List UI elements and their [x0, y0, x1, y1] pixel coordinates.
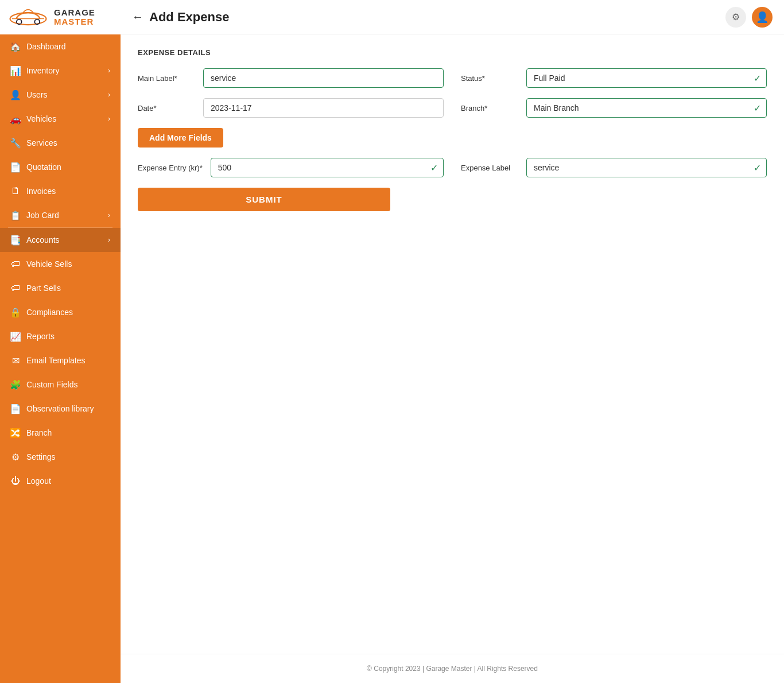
sidebar-item-dashboard-label: Dashboard: [26, 42, 66, 51]
status-select-wrapper: Full Paid Partial Unpaid ✓: [526, 68, 767, 88]
jobcard-arrow-icon: ›: [108, 211, 110, 219]
sidebar-item-branch[interactable]: 🔀Branch: [0, 421, 121, 445]
top-bar: ← Add Expense ⚙ 👤: [121, 0, 784, 34]
logo-garage-text: GARAGE: [54, 8, 95, 18]
sidebar-item-observation-library-label: Observation library: [26, 404, 94, 413]
accounts-icon: 📑: [10, 235, 21, 245]
expense-entry-label: Expense Entry (kr)*: [138, 164, 203, 172]
sidebar-item-part-sells[interactable]: 🏷Part Sells: [0, 276, 121, 300]
logo-area: GARAGE MASTER: [0, 0, 121, 34]
add-more-fields-button[interactable]: Add More Fields: [138, 128, 223, 148]
sidebar-item-invoices-label: Invoices: [26, 187, 56, 196]
sidebar-item-observation-library[interactable]: 📄Observation library: [0, 397, 121, 421]
sidebar-item-services-label: Services: [26, 138, 57, 148]
settings-button[interactable]: ⚙: [725, 7, 746, 28]
top-bar-actions: ⚙ 👤: [725, 7, 773, 28]
sidebar-item-settings-label: Settings: [26, 452, 56, 461]
logo-master-text: MASTER: [54, 17, 95, 27]
user-profile-button[interactable]: 👤: [752, 7, 773, 28]
sidebar-item-reports[interactable]: 📈Reports: [0, 324, 121, 348]
main-label-group: Main Label*: [138, 68, 444, 88]
users-arrow-icon: ›: [108, 91, 110, 99]
vehicles-arrow-icon: ›: [108, 115, 110, 123]
accounts-arrow-icon: ›: [108, 236, 110, 244]
footer-text: © Copyright 2023 | Garage Master | All R…: [367, 665, 538, 673]
users-icon: 👤: [10, 90, 21, 100]
sidebar-item-invoices[interactable]: 🗒Invoices: [0, 179, 121, 203]
status-select[interactable]: Full Paid Partial Unpaid: [526, 68, 767, 88]
compliances-icon: 🔒: [10, 307, 21, 317]
sidebar-item-users[interactable]: 👤Users›: [0, 83, 121, 107]
nav-items: 🏠Dashboard📊Inventory›👤Users›🚗Vehicles›🔧S…: [0, 34, 121, 493]
sidebar-item-branch-label: Branch: [26, 428, 52, 437]
sidebar-item-users-label: Users: [26, 90, 48, 99]
expense-entry-group: Expense Entry (kr)* 500 1000 2000 ✓: [138, 158, 444, 177]
section-title: EXPENSE DETAILS: [138, 48, 767, 57]
main-content: ← Add Expense ⚙ 👤 EXPENSE DETAILS Main L…: [121, 0, 784, 683]
quotation-icon: 📄: [10, 162, 21, 172]
branch-group: Branch* Main Branch Other Branch ✓: [461, 98, 767, 118]
dashboard-icon: 🏠: [10, 41, 21, 52]
sidebar-item-settings[interactable]: ⚙Settings: [0, 445, 121, 469]
sidebar-item-quotation-label: Quotation: [26, 162, 61, 172]
main-label-input-wrapper: [203, 68, 444, 88]
sidebar-item-logout[interactable]: ⏻Logout: [0, 469, 121, 493]
user-icon: 👤: [756, 11, 769, 24]
sidebar-item-quotation[interactable]: 📄Quotation: [0, 155, 121, 179]
custom-fields-icon: 🧩: [10, 379, 21, 390]
sidebar-item-logout-label: Logout: [26, 476, 51, 486]
date-group: Date*: [138, 98, 444, 118]
logout-icon: ⏻: [10, 476, 21, 486]
sidebar-item-custom-fields-label: Custom Fields: [26, 380, 77, 389]
date-input[interactable]: [203, 98, 444, 118]
reports-icon: 📈: [10, 331, 21, 342]
sidebar-item-email-templates[interactable]: ✉Email Templates: [0, 348, 121, 372]
inventory-icon: 📊: [10, 65, 21, 76]
form-row-3: Expense Entry (kr)* 500 1000 2000 ✓ Expe…: [138, 158, 767, 177]
content-area: EXPENSE DETAILS Main Label* Status* Full…: [121, 34, 784, 654]
sidebar-item-vehicle-sells-label: Vehicle Sells: [26, 259, 72, 269]
sidebar-item-jobcard[interactable]: 📋Job Card›: [0, 203, 121, 227]
branch-icon: 🔀: [10, 428, 21, 438]
observation-library-icon: 📄: [10, 403, 21, 414]
sidebar-item-vehicle-sells[interactable]: 🏷Vehicle Sells: [0, 252, 121, 276]
vehicles-icon: 🚗: [10, 114, 21, 124]
sidebar-item-reports-label: Reports: [26, 332, 55, 341]
branch-select-wrapper: Main Branch Other Branch ✓: [526, 98, 767, 118]
sidebar-item-accounts-label: Accounts: [26, 235, 60, 245]
sidebar-item-services[interactable]: 🔧Services: [0, 131, 121, 155]
vehicle-sells-icon: 🏷: [10, 259, 21, 269]
branch-label: Branch*: [461, 104, 518, 112]
expense-label-group: Expense Label service other ✓: [461, 158, 767, 177]
main-label-input[interactable]: [203, 68, 444, 88]
sidebar-item-vehicles[interactable]: 🚗Vehicles›: [0, 107, 121, 131]
services-icon: 🔧: [10, 138, 21, 148]
expense-label-select[interactable]: service other: [526, 158, 767, 177]
status-label: Status*: [461, 74, 518, 83]
back-button[interactable]: ←: [132, 10, 143, 24]
sidebar-item-accounts[interactable]: 📑Accounts›: [0, 228, 121, 252]
sidebar-item-inventory[interactable]: 📊Inventory›: [0, 59, 121, 83]
branch-select[interactable]: Main Branch Other Branch: [526, 98, 767, 118]
expense-label-wrapper: service other ✓: [526, 158, 767, 177]
sidebar-item-part-sells-label: Part Sells: [26, 284, 61, 293]
page-title: Add Expense: [149, 10, 229, 25]
footer: © Copyright 2023 | Garage Master | All R…: [121, 654, 784, 683]
sidebar-item-custom-fields[interactable]: 🧩Custom Fields: [0, 372, 121, 397]
expense-label-label: Expense Label: [461, 164, 518, 172]
sidebar-item-dashboard[interactable]: 🏠Dashboard: [0, 34, 121, 59]
invoices-icon: 🗒: [10, 186, 21, 196]
sidebar-item-email-templates-label: Email Templates: [26, 356, 85, 365]
email-templates-icon: ✉: [10, 355, 21, 366]
form-row-2: Date* Branch* Main Branch Other Branch ✓: [138, 98, 767, 118]
expense-entry-select[interactable]: 500 1000 2000: [211, 158, 444, 177]
sidebar-item-compliances[interactable]: 🔒Compliances: [0, 300, 121, 324]
logo-text-block: GARAGE MASTER: [54, 8, 95, 27]
submit-button[interactable]: SUBMIT: [138, 188, 390, 211]
expense-entry-wrapper: 500 1000 2000 ✓: [211, 158, 444, 177]
page-title-area: ← Add Expense: [132, 10, 229, 25]
gear-icon: ⚙: [732, 11, 740, 22]
sidebar-item-vehicles-label: Vehicles: [26, 114, 56, 123]
form-row-1: Main Label* Status* Full Paid Partial Un…: [138, 68, 767, 88]
sidebar-item-compliances-label: Compliances: [26, 308, 73, 317]
